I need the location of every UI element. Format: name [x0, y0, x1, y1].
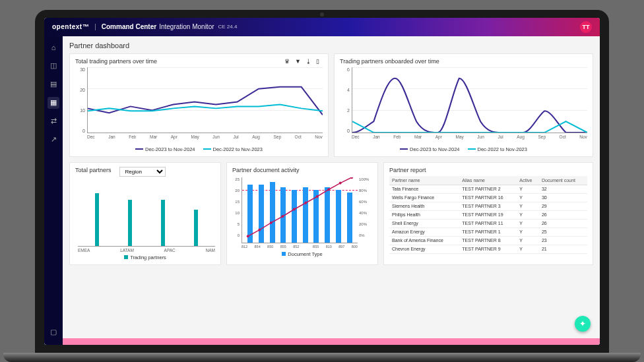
card-title: Total partners [75, 167, 112, 173]
sidebar: ⌂ ◫ ▤ ▦ ⇄ ↗ ▢ [44, 36, 63, 345]
partners-icon[interactable]: ▦ [48, 97, 59, 109]
header: opentext™ | Command Center Integration M… [44, 18, 600, 36]
legend: Document Type [232, 251, 372, 257]
table-row[interactable]: Wells Fargo FinanceTEST PARTNER 16Y30 [389, 193, 587, 202]
crown-icon[interactable]: ♛ [284, 58, 291, 65]
legend: Dec-2023 to Nov-2024 Dec-2022 to Nov-202… [75, 146, 323, 152]
y-axis: 6420 [340, 67, 352, 133]
table-row[interactable]: Chevron EnergyTEST PARTNER 9Y21 [389, 245, 587, 253]
filter-icon[interactable]: ▼ [295, 58, 302, 65]
table-row[interactable]: Siemens HealthTEST PARTNER 3Y29 [389, 202, 587, 210]
legend: Dec-2023 to Nov-2024 Dec-2022 to Nov-202… [340, 146, 587, 152]
download-icon[interactable]: ⭳ [306, 58, 312, 65]
help-fab[interactable]: ✦ [575, 316, 591, 332]
page-title: Partner dashboard [69, 42, 593, 49]
card-total-partners: Total partners Region EMEALATAMAPACNAM [69, 162, 221, 265]
card-partner-report: Partner report Partner name Alias name A… [383, 162, 593, 265]
brand-logo: opentext™ [52, 23, 89, 30]
table-row[interactable]: Bank of America FinanceTEST PARTNER 8Y23 [389, 236, 587, 245]
col-alias-name[interactable]: Alias name [459, 176, 517, 185]
region-select[interactable]: Region [119, 167, 166, 177]
dashboard-icon[interactable]: ◫ [48, 60, 59, 72]
app-name-secondary: Integration Monitor [159, 23, 214, 30]
col-active[interactable]: Active [517, 176, 539, 185]
x-axis: DecJanFebMarAprMayJunJulAugSepOctNov [87, 133, 323, 139]
card-doc-activity: Partner document activity 2520151050 100… [226, 162, 378, 265]
card-total-trading: Total trading partners over time ♛ ▼ ⭳ ▯… [69, 53, 329, 157]
card-title: Trading partners onboarded over time [340, 58, 587, 65]
table-row[interactable]: Shell EnergyTEST PARTNER 11Y26 [389, 219, 587, 227]
y-axis: 3020100 [75, 67, 87, 133]
card-title: Partner report [389, 167, 587, 173]
card-title: Partner document activity [232, 167, 372, 173]
app-name-primary: Command Center [102, 23, 156, 30]
analytics-icon[interactable]: ↗ [48, 134, 59, 146]
y-axis: 2520151050 [232, 177, 242, 238]
table-row[interactable]: Philips HealthTEST PARTNER 19Y26 [389, 210, 587, 219]
exchange-icon[interactable]: ⇄ [48, 115, 59, 127]
x-axis: 812854850855852855810897800 [242, 243, 358, 249]
card-onboarded: Trading partners onboarded over time 642… [334, 53, 593, 157]
line-chart-2 [352, 67, 587, 133]
export-icon[interactable]: ▯ [316, 58, 323, 65]
table-row[interactable]: Tata FinanceTEST PARTNER 2Y32 [389, 185, 587, 193]
legend: Trading partners [75, 255, 215, 260]
documents-icon[interactable]: ▤ [48, 78, 59, 90]
home-icon[interactable]: ⌂ [48, 42, 59, 53]
version-label: CE 24.4 [218, 24, 238, 30]
x-axis: EMEALATAMAPACNAM [78, 247, 215, 253]
col-doc-count[interactable]: Document count [539, 176, 587, 185]
partner-table: Partner name Alias name Active Document … [389, 176, 587, 254]
bar-chart-regions [78, 181, 215, 247]
line-chart-1 [87, 67, 323, 133]
x-axis: DecJanFebMarAprMayJunJulAugSepOctNov [352, 133, 587, 139]
collapse-icon[interactable]: ▢ [48, 326, 59, 338]
brand-divider: | [94, 23, 96, 30]
user-avatar[interactable]: TT [580, 21, 592, 33]
y-axis-right: 100%80%60%40%20%0% [358, 177, 372, 238]
footer-strip [63, 338, 600, 345]
pareto-chart [242, 177, 358, 243]
table-row[interactable]: Amazon EnergyTEST PARTNER 1Y25 [389, 227, 587, 236]
col-partner-name[interactable]: Partner name [389, 176, 459, 185]
